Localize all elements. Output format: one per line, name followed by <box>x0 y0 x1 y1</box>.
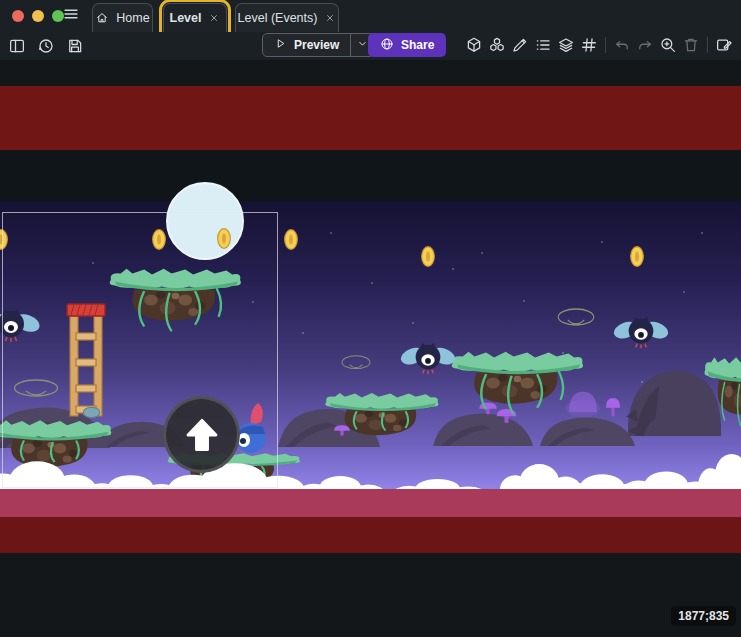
right-tools <box>464 33 734 57</box>
hamburger-menu-button[interactable] <box>60 6 82 26</box>
play-icon <box>274 37 287 53</box>
tab-level-events[interactable]: Level (Events) <box>235 3 339 32</box>
coin[interactable] <box>421 246 435 267</box>
close-icon[interactable] <box>324 12 336 24</box>
platform[interactable] <box>449 347 586 427</box>
bat[interactable] <box>612 314 670 352</box>
layers-icon[interactable] <box>556 34 576 56</box>
save-icon[interactable] <box>65 35 85 57</box>
toolbar-divider <box>605 37 606 53</box>
instances-list-icon[interactable] <box>533 34 553 56</box>
jump-arrow-button[interactable] <box>163 396 240 473</box>
ufo[interactable] <box>557 308 595 328</box>
edit-scene-properties-icon[interactable] <box>714 34 734 56</box>
tab-label: Level (Events) <box>238 11 318 25</box>
chevron-down-icon <box>356 36 369 54</box>
app-window: 1877;835 Home Level Level (Events) Previ… <box>0 0 741 637</box>
edit-icon[interactable] <box>510 34 530 56</box>
delete-icon <box>681 34 701 56</box>
mushroom[interactable] <box>604 394 622 419</box>
pink-ground-band[interactable] <box>0 489 741 517</box>
bat[interactable] <box>400 340 456 378</box>
preview-button-main[interactable]: Preview <box>263 34 350 56</box>
platform[interactable] <box>323 389 441 454</box>
cursor-coordinates-badge: 1877;835 <box>671 606 736 626</box>
preview-label: Preview <box>294 38 339 52</box>
tab-label: Level <box>170 11 202 25</box>
preview-button[interactable]: Preview <box>262 33 374 57</box>
red-band-bottom[interactable] <box>0 517 741 553</box>
redo-icon <box>635 34 655 56</box>
tab-level[interactable]: Level <box>163 3 227 32</box>
ufo[interactable] <box>341 355 371 371</box>
toolbar: Preview Share <box>0 32 741 60</box>
toolbar-divider <box>707 37 708 53</box>
scene-editor-canvas[interactable]: 1877;835 <box>0 0 741 637</box>
object-groups-icon[interactable] <box>487 34 507 56</box>
close-window-button[interactable] <box>12 10 24 22</box>
hamburger-icon <box>62 5 80 27</box>
tab-home[interactable]: Home <box>92 3 153 32</box>
share-label: Share <box>401 38 434 52</box>
coin[interactable] <box>630 246 644 267</box>
add-object-icon[interactable] <box>464 34 484 56</box>
home-icon <box>95 11 109 25</box>
minimize-window-button[interactable] <box>32 10 44 22</box>
globe-icon <box>380 37 394 54</box>
editors-panel-icon[interactable] <box>7 35 27 57</box>
up-arrow-icon <box>179 412 225 458</box>
coin[interactable] <box>284 229 298 250</box>
titlebar: Home Level Level (Events) <box>0 0 741 32</box>
grid-icon[interactable] <box>579 34 599 56</box>
zoom-in-icon[interactable] <box>658 34 678 56</box>
history-icon[interactable] <box>36 35 56 57</box>
close-icon[interactable] <box>208 12 220 24</box>
tab-label: Home <box>116 11 149 25</box>
left-tools <box>7 34 85 58</box>
undo-icon <box>612 34 632 56</box>
share-button[interactable]: Share <box>368 33 446 57</box>
platform[interactable] <box>703 352 741 440</box>
